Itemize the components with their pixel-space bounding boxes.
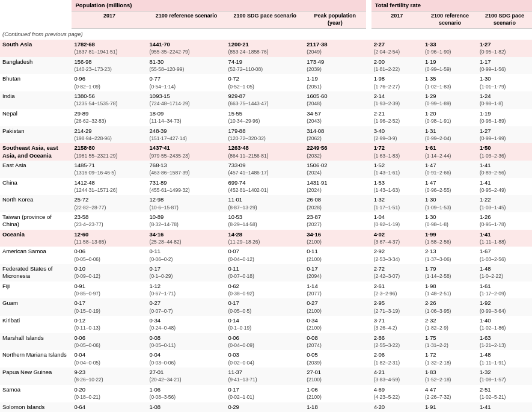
pop-2017-sub: (8·26–10·22) — [74, 377, 103, 383]
pop-2100sdg: 11·37(9·41–13·71) — [225, 367, 304, 385]
tfr-2100sdg-sub: (0·89–2·56) — [480, 170, 506, 176]
pop-2017-sub: (1981·55–2321·29) — [74, 153, 117, 159]
divider-cell — [366, 247, 371, 264]
pop-2100ref-sub: (151·17–427·14) — [150, 135, 187, 141]
peak-pop-sub: (2051) — [307, 84, 322, 90]
pop-2100sdg-value: 0·17 — [228, 386, 239, 393]
peak-pop: 27·01(2100) — [304, 367, 365, 385]
pop-2100ref-sub: (0·54–1·14) — [150, 84, 176, 90]
pop-2017-sub: (0·09–0·12) — [74, 273, 100, 279]
tfr-2017: 4·02(3·67–4·37) — [371, 230, 423, 247]
country-name: Kiribati — [0, 316, 72, 333]
country-row: Kiribati0·12(0·11–0·13)0·34(0·24–0·48)0·… — [0, 316, 532, 333]
tfr-2017: 2·86(2·55–3·22) — [371, 333, 423, 351]
pop-2017-value: 12·60 — [74, 231, 88, 238]
pop-2017: 156·98(140·23–173·23) — [72, 57, 147, 75]
divider-cell — [366, 264, 371, 281]
tfr-2100sdg: 1·41(0·89–2·56) — [477, 161, 532, 178]
peak-pop-sub: (2032) — [307, 153, 322, 159]
pop-2100sdg-value: 11·37 — [228, 369, 242, 375]
pop-2017-sub: (0·11–0·13) — [74, 325, 100, 331]
pop-2017-value: 1412·48 — [74, 179, 94, 186]
tfr-2100ref-value: 1·61 — [425, 144, 436, 151]
tfr-2100sdg: 1·41(0·95–2·49) — [477, 178, 532, 195]
country-name: China — [0, 178, 72, 195]
tfr-2100sdg-sub: (0·98–1·8) — [480, 100, 503, 106]
tfr-2017-value: 2·92 — [374, 248, 385, 254]
tfr-2017: 2·61(2·3–2·96) — [371, 281, 423, 299]
tfr-2100ref: 1·19(0·99–1·59) — [423, 57, 477, 75]
tfr-2017-value: 2·72 — [374, 265, 385, 272]
peak-pop-value: 0·17 — [307, 265, 318, 272]
pop-2100ref-sub: (0·1–0·29) — [150, 273, 173, 279]
country-row: Nepal29·89(26·62–32·83)18·09(11·14–34·73… — [0, 109, 532, 126]
tfr-2100sdg: 2·51(1·02–5·21) — [477, 385, 532, 402]
tfr-2017: 1·52(1·43–1·61) — [371, 161, 423, 178]
country-row: Samoa0·20(0·18–0·21)1·06(0·08–3·56)0·17(… — [0, 385, 532, 402]
tfr-2017-sub: (2·04–2·54) — [374, 49, 400, 55]
pop-2100sdg: 179·88(120·72–320·32) — [225, 126, 304, 144]
tfr-2017-value: 2·61 — [374, 283, 385, 289]
peak-pop-sub: (2039) — [307, 66, 322, 72]
tfr-2100ref-sub: (0·99–1·59) — [425, 66, 451, 72]
peak-pop: 2249·56(2032) — [304, 143, 365, 161]
pop-2100sdg: 733·09(457·41–1486·17) — [225, 161, 304, 178]
tfr-2100ref: 1·83(1·52–2·18) — [423, 367, 477, 385]
tfr-2100ref: 1·47(0·91–2·66) — [423, 161, 477, 178]
tfr-2100ref: 1·29(0·99–1·89) — [423, 91, 477, 109]
tfr-2017-value: 4·21 — [374, 369, 385, 375]
pop-2017: 23·58(23·4–23·77) — [72, 212, 147, 230]
pop-2100sdg-sub: (0·02–0·04) — [228, 360, 254, 366]
pop-2100ref-sub: (955·35–2242·79) — [150, 49, 190, 55]
tfr-2100sdg-value: 1·17 — [480, 58, 491, 65]
tfr-2100ref: 1·30(0·98–1·8) — [423, 212, 477, 230]
pop-2100ref-value: 0·17 — [150, 265, 161, 272]
tfr-2017-value: 2·14 — [374, 93, 385, 99]
tfr-2100sdg-sub: (0·95–1·82) — [480, 49, 506, 55]
tfr-2100sdg-value: 1·22 — [480, 196, 491, 203]
pop-2017-value: 1380·56 — [74, 93, 94, 99]
tfr-2100ref-value: 1·83 — [425, 369, 436, 375]
peak-pop: 1·06(2100) — [304, 385, 365, 402]
tfr-2100sdg-value: 2·51 — [480, 386, 491, 393]
pop-2100sdg: 0·11(0·07–0·18) — [225, 264, 304, 281]
pop-2100ref-sub: (10·6–15·87) — [150, 204, 179, 211]
pop-2100ref-value: 1·08 — [150, 404, 161, 410]
country-name: Northern Mariana Islands — [0, 350, 72, 367]
tfr-2017-value: 1·04 — [374, 214, 385, 220]
pop-2017-sub: (0·18–0·21) — [74, 394, 100, 400]
pop-2100sdg-sub: (0·07–0·18) — [228, 273, 254, 279]
tfr-2017-value: 3·71 — [374, 317, 385, 324]
tfr-2100ref-value: 1·47 — [425, 162, 436, 168]
tfr-2100ref: 1·47(0·96–2·55) — [423, 178, 477, 195]
tfr-2100sdg-value: 1·67 — [480, 248, 491, 254]
pop-2017: 25·72(22·82–28·77) — [72, 195, 147, 212]
pop-2100ref: 0·04(0·03–0·06) — [147, 350, 226, 367]
pop-2100ref: 0·11(0·06–0·2) — [147, 247, 226, 264]
tfr-2017-sub: (2·71–3·19) — [374, 308, 400, 314]
pop-2017: 0·06(0·05–0·06) — [72, 247, 147, 264]
pop-2100ref: 1·12(0·67–1·71) — [147, 281, 226, 299]
tfr-2100ref-sub: (1·37–3·06) — [425, 256, 451, 262]
tfr-2017-sub: (1·63–1·83) — [374, 153, 400, 159]
pop-2017-sub: (0·04–0·05) — [74, 360, 100, 366]
pop-2100sdg-sub: (0·38–0·92) — [228, 291, 254, 297]
tfr-2017: 2·95(2·71–3·19) — [371, 298, 423, 316]
pop-2100sdg-value: 0·11 — [228, 265, 239, 272]
pop-2017-sub: (0·15–0·19) — [74, 308, 100, 314]
tfr-2100ref-value: 1·99 — [425, 231, 436, 238]
tfr-2100ref: 1·99(1·58–2·56) — [423, 230, 477, 247]
region-row: Oceania12·60(11·58–13·65)34·16(25·28–44·… — [0, 230, 532, 247]
pop-2100sdg-sub: (452·81–1402·01) — [228, 187, 268, 193]
pop-2100sdg-sub: (853·24–1858·76) — [228, 49, 268, 55]
tfr-2100ref: 1·31(0·99–2·04) — [423, 126, 477, 144]
pop-2017: 0·96(0·82–1·09) — [72, 74, 147, 91]
peak-pop-sub: (2100) — [307, 256, 322, 262]
pop-2100sdg-value: 1200·21 — [228, 41, 248, 48]
tfr-2100ref-value: 1·79 — [425, 265, 436, 272]
tfr-2017-sub: (1·43–1·63) — [374, 187, 400, 193]
tfr-2100ref: 1·61(1·14–2·44) — [423, 143, 477, 161]
peak-pop-sub: (2100) — [307, 325, 322, 331]
tfr-2100ref-value: 1·98 — [425, 283, 436, 289]
tfr-2100ref-value: 1·47 — [425, 179, 436, 186]
